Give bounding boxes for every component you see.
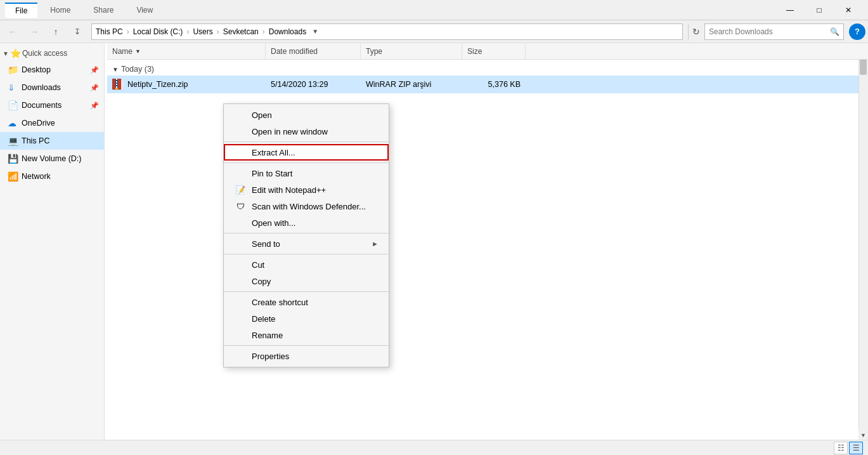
ctx-item-open-with[interactable]: Open with...: [224, 214, 389, 231]
ctx-delete-label: Delete: [252, 314, 276, 324]
scrollbar-down-button[interactable]: ▼: [858, 430, 868, 440]
title-bar: File Home Share View — □ ✕: [0, 0, 868, 20]
ctx-item-edit-notepad[interactable]: 📝 Edit with Notepad++: [224, 181, 389, 198]
ctx-properties-label: Properties: [252, 352, 289, 361]
download-nav-button[interactable]: ↧: [67, 23, 87, 41]
search-bar-container: 🔍: [704, 23, 844, 40]
up-button[interactable]: ↑: [46, 23, 66, 41]
tab-share[interactable]: Share: [83, 3, 124, 17]
svg-rect-4: [116, 81, 117, 82]
ctx-item-cut[interactable]: Cut: [224, 256, 389, 273]
ctx-separator-4: [224, 254, 389, 254]
ctx-item-open-new-window[interactable]: Open in new window: [224, 123, 389, 140]
ctx-open-icon: [234, 110, 247, 120]
tab-home[interactable]: Home: [40, 3, 81, 17]
help-button[interactable]: ?: [849, 23, 865, 40]
ctx-cut-icon: [234, 260, 247, 270]
address-downloads[interactable]: Downloads: [269, 27, 306, 36]
forward-button[interactable]: →: [24, 23, 44, 41]
ctx-shortcut-icon: [234, 297, 247, 307]
address-dropdown-button[interactable]: ▼: [309, 25, 321, 39]
ctx-pin-label: Pin to Start: [252, 169, 292, 178]
view-list-button[interactable]: ☰: [849, 442, 863, 454]
ctx-rename-icon: [234, 330, 247, 340]
ctx-send-to-arrow-icon: ►: [372, 240, 379, 247]
ctx-separator-3: [224, 233, 389, 234]
tab-view[interactable]: View: [126, 3, 163, 17]
ctx-item-extract-all[interactable]: Extract All...: [224, 144, 389, 161]
ctx-item-open[interactable]: Open: [224, 107, 389, 123]
close-button[interactable]: ✕: [834, 0, 863, 20]
sidebar-item-downloads-label: Downloads: [22, 83, 61, 92]
svg-marker-8: [121, 80, 124, 89]
group-header-today[interactable]: ▼ Today (3): [107, 61, 868, 76]
ctx-open-new-icon: [234, 126, 247, 136]
file-name-label: Netiptv_Tizen.zip: [127, 80, 188, 89]
ctx-separator-2: [224, 162, 389, 163]
ctx-separator-1: [224, 142, 389, 142]
network-icon: 📶: [8, 171, 18, 181]
col-header-name[interactable]: Name ▼: [107, 43, 266, 59]
ctx-item-properties[interactable]: Properties: [224, 348, 389, 364]
sidebar-item-this-pc[interactable]: 💻 This PC: [0, 132, 104, 150]
sidebar-item-this-pc-label: This PC: [22, 136, 49, 145]
ctx-open-new-label: Open in new window: [252, 127, 328, 136]
documents-folder-icon: 📄: [8, 100, 18, 110]
sidebar-item-network[interactable]: 📶 Network: [0, 168, 104, 185]
table-row[interactable]: Netiptv_Tizen.zip 5/14/2020 13:29 WinRAR…: [107, 76, 868, 93]
address-sevketcan[interactable]: Sevketcan: [223, 27, 259, 36]
ctx-item-create-shortcut[interactable]: Create shortcut: [224, 294, 389, 310]
sidebar-item-downloads[interactable]: ⇓ Downloads 📌: [0, 79, 104, 96]
view-details-button[interactable]: ☷: [834, 442, 848, 454]
tab-file[interactable]: File: [5, 3, 37, 18]
sidebar: ▼ ⭐ Quick access 📁 Desktop 📌 ⇓ Downloads…: [0, 43, 105, 440]
status-bar: ☷ ☰: [0, 440, 868, 455]
ctx-copy-icon: [234, 276, 247, 286]
sidebar-item-new-volume[interactable]: 💾 New Volume (D:): [0, 150, 104, 168]
minimize-button[interactable]: —: [775, 0, 805, 20]
address-users[interactable]: Users: [193, 27, 212, 36]
new-volume-icon: 💾: [8, 154, 18, 164]
address-local-disk[interactable]: Local Disk (C:): [133, 27, 183, 36]
ctx-open-label: Open: [252, 110, 272, 120]
file-type-value: WinRAR ZIP arşivi: [366, 80, 431, 89]
window-controls: — □ ✕: [775, 0, 863, 20]
ctx-item-delete[interactable]: Delete: [224, 310, 389, 327]
col-header-date[interactable]: Date modified: [266, 43, 361, 59]
ctx-pin-icon: [234, 168, 247, 178]
svg-rect-7: [115, 88, 118, 89]
onedrive-icon: ☁: [8, 118, 18, 128]
ctx-notepad-label: Edit with Notepad++: [252, 185, 326, 195]
sidebar-item-onedrive[interactable]: ☁ OneDrive: [0, 114, 104, 132]
ctx-item-rename[interactable]: Rename: [224, 327, 389, 343]
sidebar-item-network-label: Network: [22, 172, 51, 181]
ctx-notepad-icon: 📝: [234, 185, 247, 195]
desktop-pin-icon: 📌: [90, 66, 99, 74]
this-pc-icon: 💻: [8, 136, 18, 146]
address-bar[interactable]: This PC › Local Disk (C:) › Users › Sevk…: [91, 23, 683, 40]
refresh-button[interactable]: ↻: [688, 23, 703, 40]
file-cell-name: Netiptv_Tizen.zip: [107, 76, 266, 93]
desktop-folder-icon: 📁: [8, 65, 18, 75]
ctx-item-copy[interactable]: Copy: [224, 273, 389, 289]
sidebar-item-documents[interactable]: 📄 Documents 📌: [0, 96, 104, 114]
address-this-pc[interactable]: This PC: [96, 27, 123, 36]
group-label-today: Today (3): [121, 65, 154, 74]
ctx-extract-icon: [234, 147, 247, 157]
ctx-item-send-to[interactable]: Send to ►: [224, 235, 389, 252]
col-header-name-label: Name: [112, 47, 133, 56]
ctx-separator-6: [224, 345, 389, 346]
back-button[interactable]: ←: [3, 23, 23, 41]
search-button[interactable]: 🔍: [830, 27, 839, 36]
quick-access-header[interactable]: ▼ ⭐ Quick access: [0, 46, 104, 61]
maximize-button[interactable]: □: [805, 0, 834, 20]
ctx-item-scan-defender[interactable]: 🛡 Scan with Windows Defender...: [224, 198, 389, 214]
context-menu: Open Open in new window Extract All... P…: [223, 103, 389, 367]
sidebar-item-desktop[interactable]: 📁 Desktop 📌: [0, 61, 104, 79]
col-header-size[interactable]: Size: [462, 43, 526, 59]
ctx-item-pin-start[interactable]: Pin to Start: [224, 165, 389, 181]
column-headers: Name ▼ Date modified Type Size: [107, 43, 868, 60]
quick-access-star-icon: ⭐: [10, 48, 21, 58]
col-header-type[interactable]: Type: [361, 43, 462, 59]
search-input[interactable]: [709, 27, 827, 36]
